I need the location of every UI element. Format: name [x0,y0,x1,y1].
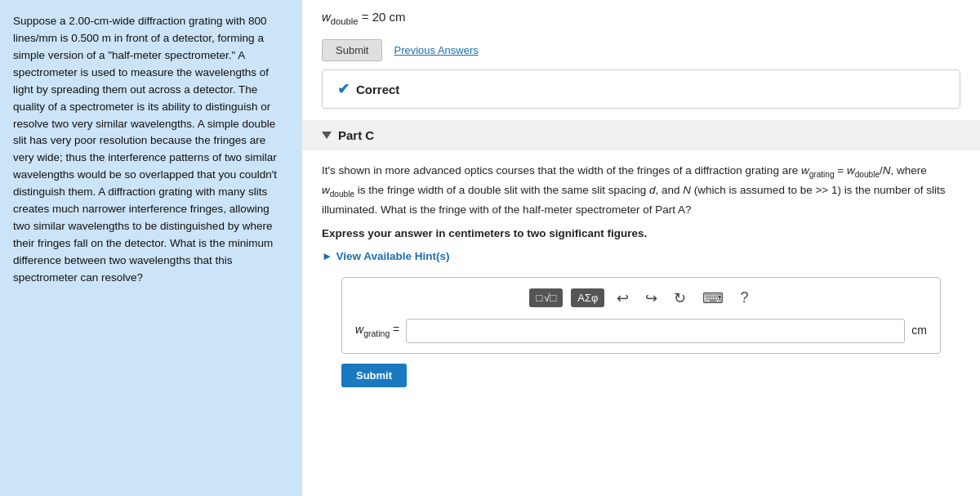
greek-button[interactable]: ΑΣφ [571,288,604,307]
unit-label: cm [911,321,927,339]
previous-answers-link[interactable]: Previous Answers [394,44,478,56]
hint-label: View Available Hint(s) [336,248,449,266]
submit-row: Submit Previous Answers [302,33,980,69]
collapse-icon [322,132,332,139]
equation-line: wdouble = 20 cm [322,10,960,26]
input-label: wgrating = [355,320,399,341]
part-c-header[interactable]: Part C [302,120,980,150]
math-toolbar: □ √□ ΑΣφ ↩ ↪ ↻ ⌨ ? [355,288,927,309]
help-button[interactable]: ? [736,288,752,308]
part-c-body: It's shown in more advanced optics cours… [302,150,980,395]
problem-description: Suppose a 2.00-cm-wide diffraction grati… [0,0,302,496]
equation-text: wdouble = 20 cm [322,10,406,26]
keyboard-button[interactable]: ⌨ [698,288,728,309]
submit-button-top[interactable]: Submit [322,39,382,61]
hint-arrow-icon: ► [322,248,332,266]
undo-button[interactable]: ↩ [612,288,633,309]
submit-bottom-row: Submit [322,364,960,387]
top-equation-area: wdouble = 20 cm [302,0,980,33]
hint-link[interactable]: ► View Available Hint(s) [322,248,449,266]
input-row: wgrating = cm [355,319,927,343]
answer-area: □ √□ ΑΣφ ↩ ↪ ↻ ⌨ ? wgrating = cm [341,277,941,354]
refresh-button[interactable]: ↻ [670,288,690,309]
express-instruction: Express your answer in centimeters to tw… [322,225,960,243]
sqrt-icon: □ [536,292,542,304]
submit-button-bottom[interactable]: Submit [341,364,407,387]
problem-text: Suppose a 2.00-cm-wide diffraction grati… [13,13,289,287]
part-c-label: Part C [338,128,374,142]
correct-label: Correct [356,83,399,96]
sqrt-button[interactable]: □ √□ [529,288,563,307]
part-c-description: It's shown in more advanced optics cours… [322,162,960,218]
answer-input[interactable] [406,319,905,343]
sqrt-label: √□ [544,292,556,304]
correct-box: ✔ Correct [322,69,960,109]
answer-panel: wdouble = 20 cm Submit Previous Answers … [302,0,980,496]
check-icon: ✔ [337,80,350,98]
redo-button[interactable]: ↪ [641,288,662,309]
